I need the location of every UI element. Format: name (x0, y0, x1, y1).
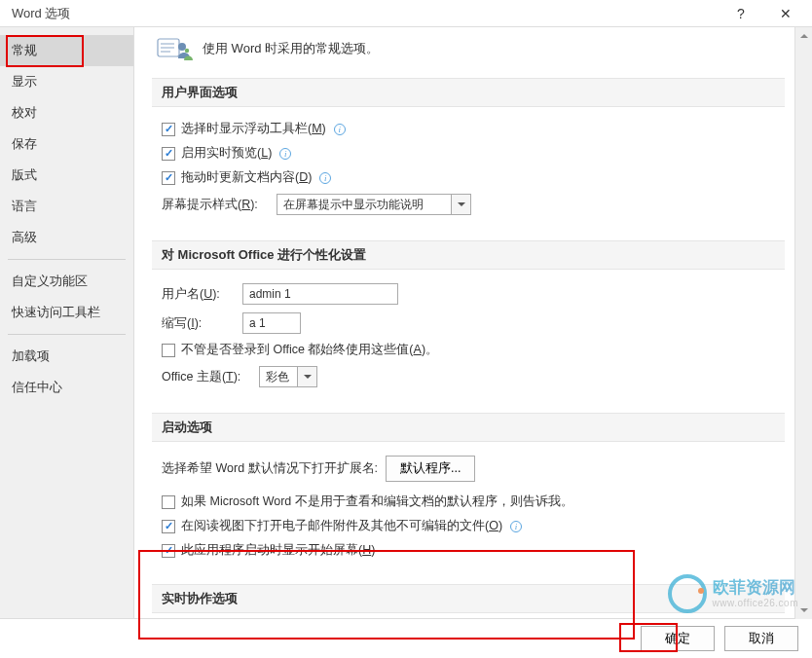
dropdown-screentip[interactable]: 在屏幕提示中显示功能说明 (277, 194, 471, 215)
sidebar-item-quick-access[interactable]: 快速访问工具栏 (0, 297, 133, 328)
section-personalize-header: 对 Microsoft Office 进行个性化设置 (152, 240, 785, 270)
titlebar-controls: ? ✕ (719, 0, 808, 27)
dropdown-screentip-value: 在屏幕提示中显示功能说明 (277, 194, 452, 215)
checkbox-always-use[interactable] (162, 344, 175, 357)
dropdown-arrow-icon[interactable] (452, 194, 471, 215)
dropdown-theme-value: 彩色 (259, 366, 298, 387)
sidebar-item-proofing[interactable]: 校对 (0, 97, 133, 128)
sidebar-item-general[interactable]: 常规 (0, 35, 133, 66)
info-icon[interactable]: i (510, 521, 522, 532)
label-update-doc: 拖动时更新文档内容(D) (181, 169, 312, 186)
sidebar-separator-1 (8, 259, 126, 260)
sidebar-item-save[interactable]: 保存 (0, 128, 133, 160)
svg-point-5 (185, 49, 189, 53)
label-not-default: 如果 Microsoft Word 不是用于查看和编辑文档的默认程序，则告诉我。 (181, 494, 573, 510)
sidebar-item-layout[interactable]: 版式 (0, 160, 133, 191)
checkbox-start-screen[interactable] (162, 544, 175, 558)
info-icon[interactable]: i (319, 172, 331, 184)
label-always-use: 不管是否登录到 Office 都始终使用这些值(A)。 (181, 342, 438, 358)
checkbox-not-default[interactable] (162, 495, 175, 509)
label-start-screen: 此应用程序启动时显示开始屏幕(H) (181, 542, 375, 559)
checkbox-update-doc[interactable] (162, 171, 175, 185)
svg-point-4 (178, 43, 186, 51)
dropdown-arrow-icon[interactable] (298, 366, 317, 387)
input-username[interactable]: admin 1 (242, 283, 398, 305)
checkbox-live-preview[interactable] (162, 147, 175, 161)
cancel-button[interactable]: 取消 (724, 626, 798, 651)
intro-text: 使用 Word 时采用的常规选项。 (203, 40, 379, 57)
sidebar-item-display[interactable]: 显示 (0, 66, 133, 97)
general-options-icon (156, 37, 193, 60)
dropdown-theme[interactable]: 彩色 (259, 366, 317, 387)
label-live-preview: 启用实时预览(L) (181, 145, 272, 162)
intro-row: 使用 Word 时采用的常规选项。 (152, 37, 785, 60)
label-float-toolbar: 选择时显示浮动工具栏(M) (181, 121, 326, 137)
section-realtime-header: 实时协作选项 (152, 584, 785, 613)
sidebar-item-language[interactable]: 语言 (0, 191, 133, 222)
section-startup-body: 选择希望 Word 默认情况下打开扩展名: 默认程序... 如果 Microso… (152, 456, 785, 584)
dialog-title: Word 选项 (12, 5, 70, 22)
sidebar-item-customize-ribbon[interactable]: 自定义功能区 (0, 266, 133, 297)
label-initials: 缩写(I): (162, 315, 235, 332)
checkbox-open-attachments[interactable] (162, 520, 175, 533)
content-pane: 使用 Word 时采用的常规选项。 用户界面选项 选择时显示浮动工具栏(M) i… (134, 27, 812, 618)
help-button[interactable]: ? (719, 0, 763, 27)
section-ui-body: 选择时显示浮动工具栏(M) i 启用实时预览(L) i 拖动时更新文档内容(D)… (152, 121, 785, 240)
label-default-extensions: 选择希望 Word 默认情况下打开扩展名: (162, 460, 378, 477)
sidebar-item-addins[interactable]: 加载项 (0, 341, 133, 372)
label-open-attachments: 在阅读视图下打开电子邮件附件及其他不可编辑的文件(O) (181, 518, 502, 534)
label-screentip: 屏幕提示样式(R): (162, 197, 269, 213)
vertical-scrollbar[interactable] (794, 27, 812, 619)
button-default-programs[interactable]: 默认程序... (386, 456, 475, 482)
sidebar-item-trust-center[interactable]: 信任中心 (0, 372, 133, 403)
scroll-up-arrow-icon[interactable] (795, 27, 812, 45)
close-button[interactable]: ✕ (763, 0, 808, 27)
label-username: 用户名(U): (162, 286, 235, 303)
sidebar: 常规 显示 校对 保存 版式 语言 高级 自定义功能区 快速访问工具栏 加载项 … (0, 27, 134, 618)
ok-button[interactable]: 确定 (641, 626, 715, 651)
input-initials[interactable]: a 1 (242, 312, 301, 334)
sidebar-separator-2 (8, 334, 126, 335)
titlebar: Word 选项 ? ✕ (0, 0, 812, 27)
checkbox-float-toolbar[interactable] (162, 123, 175, 136)
section-personalize-body: 用户名(U): admin 1 缩写(I): a 1 不管是否登录到 Offic… (152, 283, 785, 413)
section-ui-header: 用户界面选项 (152, 78, 785, 107)
label-theme: Office 主题(T): (162, 369, 251, 385)
sidebar-item-advanced[interactable]: 高级 (0, 222, 133, 253)
scroll-down-arrow-icon[interactable] (795, 602, 812, 619)
dialog-footer: 确定 取消 (0, 619, 812, 658)
dialog-body: 常规 显示 校对 保存 版式 语言 高级 自定义功能区 快速访问工具栏 加载项 … (0, 27, 812, 619)
info-icon[interactable]: i (334, 124, 346, 135)
section-startup-header: 启动选项 (152, 413, 785, 442)
info-icon[interactable]: i (279, 148, 291, 160)
